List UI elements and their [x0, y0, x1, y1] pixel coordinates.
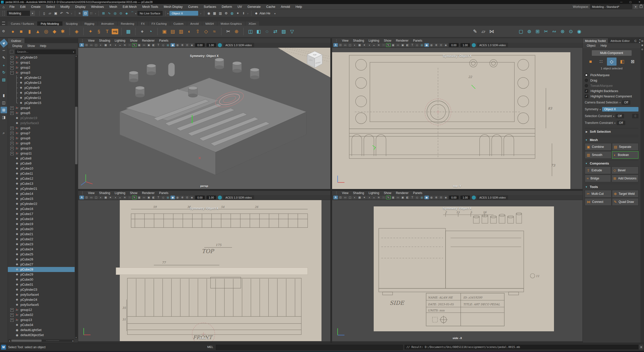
type-tool-icon[interactable]: T — [103, 28, 111, 35]
live-surface-field[interactable]: No Live Surface — [137, 11, 163, 16]
maximize-button[interactable]: ▢ — [626, 0, 635, 4]
average-vertices-icon[interactable]: ◌ — [263, 28, 271, 35]
vp-menu-view[interactable]: View — [340, 191, 351, 195]
expand-toggle[interactable]: + — [10, 132, 14, 135]
outliner-item-group13[interactable]: +▱group13 — [8, 317, 75, 322]
menu-file[interactable]: File — [7, 4, 17, 9]
shadows-icon[interactable]: ◑ — [367, 43, 371, 47]
outliner-menu-show[interactable]: Show — [25, 44, 37, 48]
snap-point-icon[interactable]: ◎ — [112, 11, 118, 16]
frame-selection-icon[interactable]: ◈ — [190, 43, 194, 47]
snap-grid-icon[interactable]: ⊞ — [101, 11, 106, 16]
camera-lock-icon[interactable]: ⊡ — [338, 43, 343, 47]
vp-menu-lighting[interactable]: Lighting — [112, 191, 128, 195]
resolution-gate-icon[interactable]: ▭ — [142, 43, 146, 47]
plugin-shapes-icon[interactable]: ∷ — [127, 196, 132, 199]
toolkit-menu-object[interactable]: Object — [584, 44, 598, 47]
field-chart-icon[interactable]: ▦ — [137, 196, 141, 199]
textured-icon[interactable]: ▩ — [357, 196, 362, 199]
svg-tool-icon[interactable]: svg — [112, 29, 118, 34]
frame-all-icon[interactable]: ⊙ — [439, 43, 443, 47]
undo-icon[interactable]: ↶ — [59, 11, 64, 16]
lighting-icon[interactable]: ✦ — [108, 196, 113, 199]
combine-button[interactable]: ▣Combine — [585, 143, 611, 151]
horizontal-scrollbar[interactable] — [8, 339, 74, 342]
camera-tools-icon[interactable]: ◍ — [175, 196, 180, 199]
outliner-item-defaultObjectSet[interactable]: ◉defaultObjectSet — [8, 333, 75, 338]
collapse-arrow-icon[interactable] — [247, 12, 248, 15]
redo-icon[interactable]: ↷ — [65, 11, 70, 16]
outliner-item-pCube19[interactable]: ❖pCube19 — [8, 222, 75, 227]
smooth-button[interactable]: ▥Smooth — [585, 151, 611, 159]
menu-surfaces[interactable]: Surfaces — [201, 4, 219, 9]
shelf-tab-fx[interactable]: FX — [138, 21, 148, 26]
shadows-icon[interactable]: ◑ — [113, 196, 118, 199]
selection-constraint-value[interactable]: Off — [616, 114, 624, 118]
isolate-select-icon[interactable]: ✎ — [386, 43, 391, 47]
field-chart-icon[interactable]: ▦ — [137, 43, 141, 47]
exposure-field[interactable]: 0.00 — [195, 196, 205, 199]
chevron-down-icon[interactable] — [634, 5, 638, 9]
radio-drag[interactable]: Drag — [585, 78, 638, 83]
chevron-down-icon[interactable] — [135, 12, 136, 15]
snap-viewport-icon[interactable]: ⊕ — [180, 43, 185, 47]
outliner-item-group1[interactable]: +▱group1 — [8, 60, 75, 65]
outliner-item-pCube22[interactable]: ❖pCube22 — [8, 237, 75, 242]
snap-curve-icon[interactable]: ∿ — [106, 11, 112, 16]
menu-create[interactable]: Create — [28, 4, 43, 9]
smooth-icon[interactable]: ▥ — [177, 28, 185, 35]
wireframe-shaded-icon[interactable]: ◐ — [99, 43, 103, 47]
colorspace-label[interactable]: ACES 1.0 SDR-video — [477, 43, 508, 47]
outliner-item-pCube28[interactable]: ❖pCube28 — [8, 267, 75, 272]
gamma-field[interactable]: 1.00 — [460, 196, 470, 199]
lighting-icon[interactable]: ✦ — [362, 196, 367, 199]
chevron-down-icon[interactable] — [30, 11, 35, 16]
chevron-down-icon[interactable] — [620, 101, 621, 104]
snap-plane-icon[interactable]: ◈ — [124, 11, 129, 16]
outliner-item-pCube20[interactable]: ❖pCube20 — [8, 227, 75, 232]
top-canvas[interactable]: 22 83 73 Symmetry: Object X top -Y — [332, 48, 582, 189]
gamma-field[interactable]: 1.00 — [207, 196, 216, 199]
outliner-item-group4[interactable]: +▱group4 — [8, 105, 75, 111]
add-divisions-button[interactable]: ⊞Add Divisions — [611, 175, 638, 182]
menu-help[interactable]: Help — [293, 4, 305, 9]
outliner-item-pCylinder15[interactable]: ❖pCylinder15 — [8, 100, 75, 105]
symmetry-field[interactable]: Object X — [169, 11, 198, 16]
exposure-field[interactable]: 0.00 — [195, 43, 205, 47]
gate-mask-icon[interactable]: ▣ — [400, 43, 405, 47]
camera-aim-icon[interactable]: ⌖ — [138, 28, 146, 35]
outliner-item-pCube30[interactable]: ❖pCube30 — [8, 277, 75, 282]
move-tool-icon[interactable]: + — [1, 62, 7, 68]
wireframe-shaded-icon[interactable]: ◐ — [99, 196, 103, 199]
minimize-button[interactable]: — — [617, 0, 626, 4]
menu-edit-mesh[interactable]: Edit Mesh — [120, 4, 140, 9]
gate-mask-icon[interactable]: ▣ — [147, 196, 151, 199]
mirror-icon[interactable]: ◫ — [247, 28, 254, 35]
expand-toggle[interactable]: + — [10, 137, 14, 140]
grease-pencil-icon[interactable]: ▢ — [94, 43, 98, 47]
grease-pencil-icon[interactable]: ▢ — [348, 43, 352, 47]
image-plane-icon[interactable]: ▭ — [89, 43, 94, 47]
checkbox-icon[interactable]: ✓ — [585, 95, 588, 98]
multi-cut-icon[interactable]: ✂ — [224, 28, 232, 35]
checkbox-icon[interactable]: ✓ — [585, 89, 588, 93]
viewport-splitter-horizontal[interactable] — [78, 189, 582, 191]
uv-editor-icon[interactable]: ▢ — [517, 28, 525, 35]
boolean-button[interactable]: ◐Boolean — [612, 151, 639, 159]
camera-select-icon[interactable]: A — [79, 196, 84, 199]
auto-unwrap-icon[interactable]: ⊚ — [525, 28, 533, 35]
shelf-tab-mash[interactable]: MASH — [202, 21, 217, 26]
joints-xray-icon[interactable]: ◎ — [420, 43, 424, 47]
channel-box-toggle-icon[interactable]: ▤ — [641, 40, 643, 42]
textured-icon[interactable]: ▩ — [357, 43, 362, 47]
sew-uv-icon[interactable]: ∾ — [550, 28, 558, 35]
collapse-arrow-icon[interactable] — [200, 12, 201, 15]
multi-mode-icon[interactable]: ⊠ — [628, 58, 637, 66]
film-gate-icon[interactable]: ◧ — [405, 43, 410, 47]
menu-modify[interactable]: Modify — [57, 4, 72, 9]
joints-xray-icon[interactable]: ◎ — [166, 196, 170, 199]
menu-arnold[interactable]: Arnold — [278, 4, 293, 9]
menu-set-selector[interactable]: Modeling — [7, 11, 35, 16]
expand-toggle[interactable]: + — [10, 61, 14, 64]
transfer-attributes-icon[interactable]: ⇄ — [272, 28, 279, 35]
